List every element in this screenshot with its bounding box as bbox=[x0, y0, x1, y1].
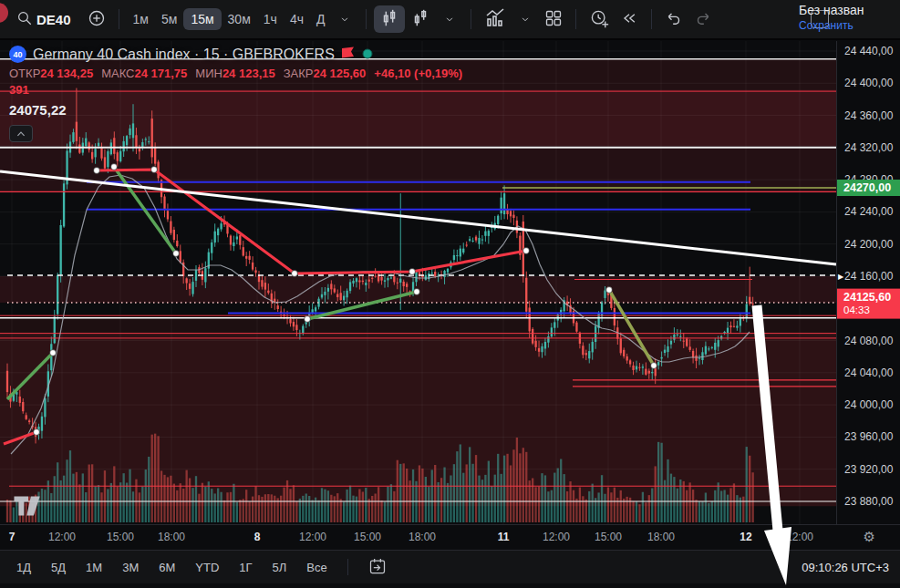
range-3m[interactable]: 3М bbox=[122, 561, 139, 574]
volume-bar bbox=[182, 489, 184, 522]
volume-bar bbox=[129, 469, 130, 522]
interval-4h[interactable]: 4ч bbox=[284, 12, 310, 26]
candle-body bbox=[588, 351, 590, 358]
volume-bar bbox=[173, 484, 175, 522]
volume-bar bbox=[57, 462, 58, 522]
range-6m[interactable]: 6М bbox=[159, 561, 175, 574]
candle-body bbox=[532, 329, 533, 344]
compare-add-button[interactable] bbox=[82, 5, 111, 33]
volume-bar bbox=[638, 504, 640, 522]
volume-bar bbox=[76, 472, 78, 522]
volume-bar bbox=[113, 466, 115, 522]
grid-layout-icon bbox=[544, 9, 563, 30]
candle-body bbox=[670, 341, 672, 345]
candle-body bbox=[41, 417, 43, 431]
volume-bar bbox=[368, 499, 370, 522]
candle-body bbox=[638, 367, 640, 368]
bar-replay-button[interactable] bbox=[615, 5, 644, 33]
interval-30m[interactable]: 30м bbox=[222, 12, 257, 26]
price-axis[interactable]: 24 440,0024 400,0024 360,0024 320,0024 2… bbox=[836, 41, 900, 524]
range-5y[interactable]: 5Л bbox=[273, 561, 287, 574]
time-axis[interactable]: ⚙ 712:0015:0018:00812:0015:0018:001112:0… bbox=[0, 524, 900, 550]
symbol-title[interactable]: Germany 40 Cash index · 15 · GBEBROKERS bbox=[33, 46, 335, 63]
volume-bar bbox=[82, 473, 84, 522]
volume-bar bbox=[204, 487, 206, 522]
volume-bar bbox=[749, 456, 750, 522]
volume-bar bbox=[283, 488, 284, 522]
volume-bar bbox=[553, 473, 555, 522]
shaded-band bbox=[0, 317, 836, 334]
candle-body bbox=[239, 235, 241, 245]
candle-body bbox=[176, 241, 178, 246]
candle-body bbox=[462, 249, 464, 253]
indicators-button[interactable] bbox=[479, 5, 512, 33]
low-label: МИН bbox=[195, 67, 222, 80]
candle-body bbox=[343, 296, 345, 301]
market-status-dot-icon[interactable] bbox=[362, 46, 373, 63]
volume-bar bbox=[349, 486, 351, 522]
range-1y[interactable]: 1Г bbox=[239, 561, 252, 574]
volume-bar bbox=[677, 489, 678, 522]
create-alert-button[interactable] bbox=[584, 5, 615, 33]
time-tick-label: 7 bbox=[9, 531, 16, 543]
volume-bar bbox=[632, 501, 634, 522]
candle-body bbox=[664, 350, 666, 353]
chart-type-hollow-button[interactable] bbox=[405, 5, 436, 33]
redo-button[interactable] bbox=[688, 5, 718, 33]
layout-title[interactable]: Без назван bbox=[799, 3, 900, 19]
candle-body bbox=[340, 293, 342, 300]
save-layout-link[interactable]: Сохранить bbox=[799, 19, 900, 33]
layout-grid-button[interactable] bbox=[539, 5, 568, 33]
chart-type-candles-button[interactable] bbox=[374, 5, 405, 33]
range-5d[interactable]: 5Д bbox=[51, 561, 66, 574]
search-icon bbox=[16, 10, 33, 29]
candle-body bbox=[362, 281, 364, 282]
symbol-search-button[interactable]: DE40 bbox=[11, 5, 82, 33]
interval-15m[interactable]: 15м bbox=[183, 8, 221, 30]
interval-1d[interactable]: Д bbox=[310, 12, 331, 26]
candle-body bbox=[387, 278, 388, 280]
volume-bar bbox=[497, 454, 499, 522]
range-ytd[interactable]: YTD bbox=[195, 561, 219, 574]
candle-body bbox=[6, 371, 8, 392]
candle-body bbox=[119, 151, 121, 161]
candle-body bbox=[604, 290, 605, 297]
volume-bar bbox=[289, 489, 291, 522]
candle-body bbox=[667, 346, 668, 352]
ohlc-row: ОТКР24 134,25 МАКС24 171,75 МИН24 123,15… bbox=[9, 67, 462, 80]
volume-bar bbox=[299, 499, 301, 522]
interval-1m[interactable]: 1м bbox=[127, 12, 155, 26]
volume-bar bbox=[107, 489, 109, 522]
legend-collapse-button[interactable] bbox=[9, 125, 33, 142]
axis-settings-gear-icon[interactable]: ⚙ bbox=[864, 529, 875, 545]
volume-bar bbox=[494, 475, 496, 522]
volume-bar bbox=[233, 484, 234, 522]
range-all[interactable]: Все bbox=[306, 561, 326, 574]
volume-bar bbox=[573, 490, 574, 522]
undo-button[interactable] bbox=[659, 5, 688, 33]
indicators-dropdown-chevron[interactable] bbox=[512, 5, 539, 33]
price-tick-label: 23 920,00 bbox=[844, 463, 893, 476]
clock[interactable]: 09:10:26 UTC+3 bbox=[802, 561, 889, 574]
interval-1h[interactable]: 1ч bbox=[257, 12, 284, 26]
flag-icon[interactable] bbox=[341, 46, 356, 63]
chart-type-dropdown-chevron[interactable] bbox=[436, 5, 463, 33]
interval-dropdown-chevron[interactable] bbox=[331, 5, 358, 33]
candle-body bbox=[189, 284, 191, 289]
volume-bar bbox=[582, 496, 584, 522]
volume-bar bbox=[293, 485, 295, 522]
candle-body bbox=[718, 340, 719, 346]
volume-bar bbox=[236, 502, 238, 522]
volume-bar bbox=[362, 491, 364, 522]
range-1m[interactable]: 1М bbox=[86, 561, 102, 574]
candle-body bbox=[525, 278, 527, 312]
volume-bar bbox=[601, 475, 603, 522]
range-1d[interactable]: 1Д bbox=[16, 561, 31, 574]
interval-5m[interactable]: 5м bbox=[155, 12, 183, 26]
candle-body bbox=[478, 238, 480, 244]
candle-body bbox=[501, 198, 502, 213]
candle-body bbox=[415, 272, 417, 282]
goto-date-button[interactable] bbox=[363, 553, 392, 581]
volume-bar bbox=[334, 496, 336, 522]
volume-bar bbox=[501, 474, 502, 522]
